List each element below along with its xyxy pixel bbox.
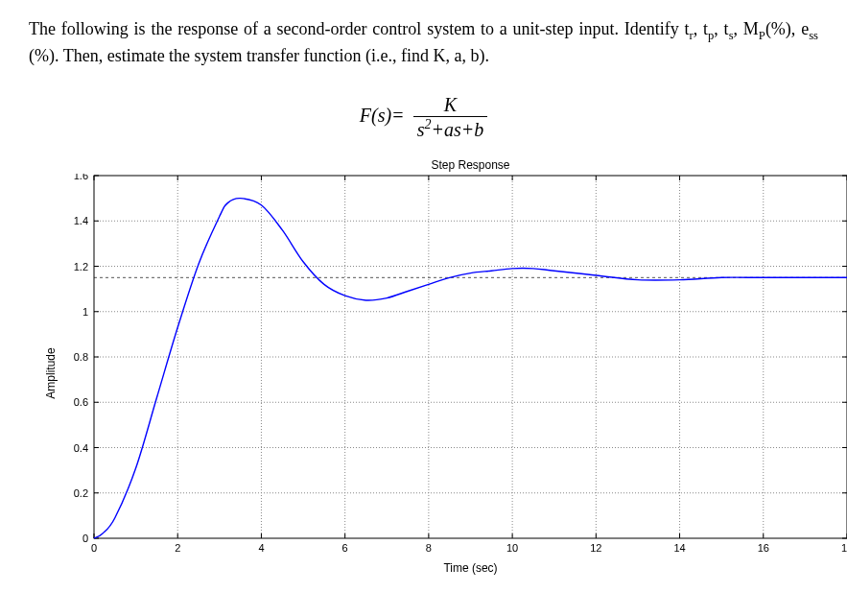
svg-text:6: 6 bbox=[342, 542, 348, 554]
problem-line1: The following is the response of a secon… bbox=[29, 19, 619, 38]
svg-text:1.6: 1.6 bbox=[74, 174, 88, 181]
problem-statement: The following is the response of a secon… bbox=[29, 17, 818, 67]
svg-text:18: 18 bbox=[841, 542, 847, 554]
svg-text:0.2: 0.2 bbox=[74, 486, 88, 498]
svg-text:0: 0 bbox=[91, 542, 97, 554]
chart-title: Step Response bbox=[94, 158, 847, 172]
step-response-chart: Step Response Amplitude 0246810121416180… bbox=[67, 158, 818, 575]
svg-text:10: 10 bbox=[506, 542, 518, 554]
svg-text:0.8: 0.8 bbox=[74, 351, 88, 363]
chart-ylabel: Amplitude bbox=[44, 347, 58, 398]
svg-text:1: 1 bbox=[82, 305, 88, 317]
svg-text:0: 0 bbox=[82, 533, 88, 544]
svg-text:1.4: 1.4 bbox=[74, 215, 88, 226]
svg-text:0.4: 0.4 bbox=[74, 441, 88, 453]
transfer-function-equation: F(s)= K s2+as+b bbox=[29, 94, 818, 141]
chart-svg: 02468101214161800.20.40.60.811.21.41.6 bbox=[67, 174, 847, 557]
svg-text:12: 12 bbox=[590, 542, 601, 554]
svg-text:1.2: 1.2 bbox=[74, 260, 88, 272]
svg-text:8: 8 bbox=[426, 542, 432, 554]
svg-text:14: 14 bbox=[673, 542, 685, 554]
svg-text:2: 2 bbox=[175, 542, 180, 554]
chart-xlabel: Time (sec) bbox=[94, 561, 847, 575]
svg-text:16: 16 bbox=[758, 542, 769, 554]
svg-text:4: 4 bbox=[258, 542, 264, 554]
svg-text:0.6: 0.6 bbox=[74, 396, 88, 408]
